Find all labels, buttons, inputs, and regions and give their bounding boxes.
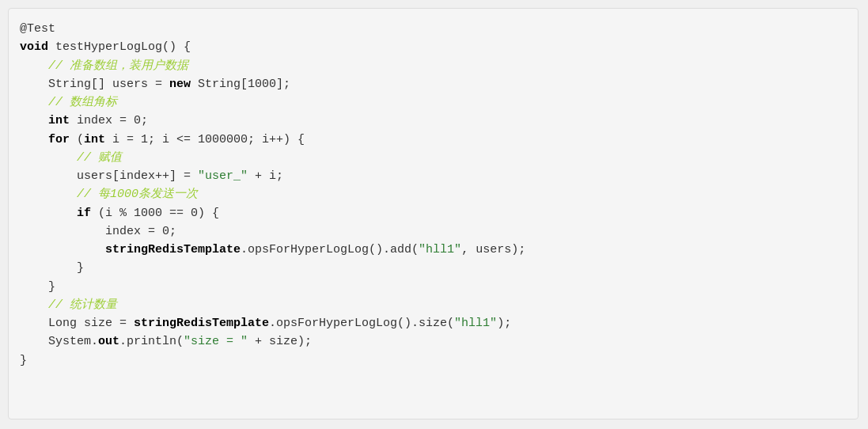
code-token: i = 1; i <= 1000000; i++) { (105, 131, 305, 149)
code-line: index = 0; (20, 222, 842, 241)
code-token: "user_" (198, 167, 248, 185)
code-line: } (20, 278, 842, 296)
code-token: for (48, 131, 70, 149)
code-token: ( (70, 131, 84, 149)
code-line: int index = 0; (20, 112, 842, 130)
code-token (20, 131, 48, 149)
code-token: @Test (20, 20, 55, 38)
code-token: System. (20, 332, 98, 351)
code-line: // 统计数量 (20, 296, 842, 314)
code-token: "hll1" (419, 241, 461, 259)
code-token: , users); (461, 241, 525, 259)
code-line: // 赋值 (20, 149, 842, 167)
code-token: // 赋值 (20, 149, 122, 167)
code-token (20, 204, 77, 222)
code-token: out (98, 332, 119, 351)
code-token: index = 0; (20, 222, 176, 241)
code-token: Long size = (20, 314, 134, 332)
code-block: @Testvoid testHyperLogLog() { // 准备数组，装用… (8, 8, 859, 420)
code-token: int (84, 131, 105, 149)
code-token (20, 112, 48, 130)
code-line: if (i % 1000 == 0) { (20, 204, 842, 222)
code-token: if (77, 204, 91, 222)
code-token: .opsForHyperLogLog().size( (269, 314, 454, 332)
code-line: Long size = stringRedisTemplate.opsForHy… (20, 314, 842, 332)
code-token: + i; (248, 167, 283, 185)
code-token: // 统计数量 (20, 296, 117, 314)
code-token: void (20, 38, 48, 56)
code-line: void testHyperLogLog() { (20, 38, 842, 56)
code-token: testHyperLogLog() { (48, 38, 191, 56)
code-line: for (int i = 1; i <= 1000000; i++) { (20, 131, 842, 149)
code-token: String[1000]; (191, 75, 290, 93)
code-token: } (20, 259, 84, 277)
code-token: // 每1000条发送一次 (20, 185, 198, 203)
code-token: String[] users = (20, 75, 169, 93)
code-token: .opsForHyperLogLog().add( (241, 241, 419, 259)
code-token: // 数组角标 (20, 93, 117, 112)
code-token (20, 241, 105, 259)
code-line: // 每1000条发送一次 (20, 185, 842, 203)
code-token: stringRedisTemplate (134, 314, 269, 332)
code-line: // 准备数组，装用户数据 (20, 57, 842, 75)
code-token: ); (497, 314, 511, 332)
code-token: index = 0; (70, 112, 148, 130)
code-token: "hll1" (454, 314, 497, 332)
code-token: users[index++] = (20, 167, 198, 185)
code-line: String[] users = new String[1000]; (20, 75, 842, 93)
code-line: } (20, 259, 842, 277)
code-line: stringRedisTemplate.opsForHyperLogLog().… (20, 241, 842, 259)
code-token: stringRedisTemplate (105, 241, 241, 259)
code-token: int (48, 112, 70, 130)
code-token: .println( (119, 332, 184, 351)
code-token: } (20, 278, 55, 296)
code-token: // 准备数组，装用户数据 (20, 57, 188, 75)
code-token: } (20, 351, 27, 370)
code-token: new (169, 75, 191, 93)
code-line: System.out.println("size = " + size); (20, 332, 842, 351)
code-token: (i % 1000 == 0) { (91, 204, 219, 222)
code-line: @Test (20, 20, 842, 38)
code-line: } (20, 351, 842, 370)
code-token: "size = " (184, 332, 248, 351)
code-container: @Testvoid testHyperLogLog() { // 准备数组，装用… (20, 20, 842, 370)
code-line: users[index++] = "user_" + i; (20, 167, 842, 185)
code-token: + size); (248, 332, 312, 351)
code-line: // 数组角标 (20, 93, 842, 112)
